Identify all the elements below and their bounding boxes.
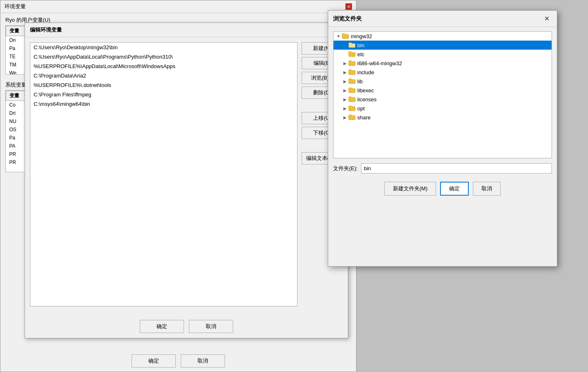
folder-icon — [348, 114, 356, 121]
chevron-right-icon — [342, 88, 348, 93]
edit-dialog-content: C:\Users\Ryo\Desktop\mingw32\bin C:\User… — [25, 37, 348, 311]
tree-item-mingw32[interactable]: mingw32 — [334, 32, 552, 41]
tree-item-label: i686-w64-mingw32 — [357, 60, 402, 66]
tree-item-label: opt — [357, 105, 365, 112]
edit-env-dialog: 编辑环境变量 C:\Users\Ryo\Desktop\mingw32\bin … — [25, 23, 348, 338]
edit-dialog-titlebar: 编辑环境变量 — [25, 23, 348, 37]
browse-titlebar: 浏览文件夹 ✕ — [328, 11, 557, 27]
browse-close-button[interactable]: ✕ — [542, 14, 552, 23]
bg-cancel-button[interactable]: 取消 — [181, 354, 225, 367]
bg-window-title: 环境变量 — [5, 3, 26, 10]
folder-label: 文件夹(E): — [333, 165, 358, 172]
bg-footer: 确定 取消 — [0, 354, 356, 367]
bg-ok-button[interactable]: 确定 — [132, 354, 176, 367]
edit-dialog-title: 编辑环境变量 — [30, 26, 62, 34]
tree-item-i686[interactable]: i686-w64-mingw32 — [334, 59, 552, 68]
folder-icon — [348, 60, 356, 66]
folder-icon — [348, 87, 356, 94]
new-folder-button[interactable]: 新建文件夹(M) — [384, 182, 436, 196]
tree-item-label: share — [357, 114, 371, 121]
browse-dialog-title: 浏览文件夹 — [333, 15, 362, 23]
list-item[interactable]: %USERPROFILE%\AppData\Local\Microsoft\Wi… — [30, 62, 297, 71]
list-item[interactable]: C:\Users\Ryo\Desktop\mingw32\bin — [30, 43, 297, 52]
folder-icon — [348, 96, 356, 103]
chevron-right-icon — [342, 70, 348, 75]
tree-item-label: licenses — [357, 96, 377, 103]
list-item[interactable]: C:\Users\Ryo\AppData\Local\Programs\Pyth… — [30, 52, 297, 62]
bg-close-button[interactable]: ✕ — [345, 3, 352, 10]
chevron-right-icon — [342, 115, 348, 120]
chevron-right-icon — [342, 106, 348, 111]
tree-item-libexec[interactable]: libexec — [334, 86, 552, 95]
browse-dialog-footer: 新建文件夹(M) 确定 取消 — [328, 178, 557, 200]
chevron-right-icon — [342, 61, 348, 66]
tree-item-label: mingw32 — [351, 33, 372, 39]
browse-folder-dialog: 浏览文件夹 ✕ mingw32 bin — [328, 10, 557, 267]
folder-icon — [348, 105, 356, 112]
tree-item-licenses[interactable]: licenses — [334, 95, 552, 104]
folder-tree[interactable]: mingw32 bin etc — [333, 31, 552, 158]
tree-item-label: libexec — [357, 87, 374, 94]
tree-item-include[interactable]: include — [334, 68, 552, 77]
tree-item-opt[interactable]: opt — [334, 104, 552, 113]
list-item[interactable]: C:\ProgramData\Aria2 — [30, 71, 297, 80]
list-item[interactable]: C:\msys64\mingw64\bin — [30, 99, 297, 109]
folder-icon — [348, 42, 356, 48]
folder-input-row: 文件夹(E): — [333, 163, 552, 173]
path-list[interactable]: C:\Users\Ryo\Desktop\mingw32\bin C:\User… — [30, 42, 297, 306]
tree-item-bin[interactable]: bin — [334, 41, 552, 50]
tree-item-label: etc — [357, 51, 364, 57]
edit-dialog-footer: 确定 取消 — [25, 315, 348, 338]
edit-cancel-button[interactable]: 取消 — [189, 320, 233, 333]
chevron-right-icon — [342, 97, 348, 102]
browse-ok-button[interactable]: 确定 — [440, 182, 469, 196]
list-item[interactable]: %USERPROFILE%\.dotnet\tools — [30, 80, 297, 90]
folder-input[interactable] — [361, 163, 552, 173]
browse-cancel-button[interactable]: 取消 — [473, 182, 501, 196]
folder-icon — [348, 69, 356, 75]
tree-item-etc[interactable]: etc — [334, 50, 552, 59]
folder-icon — [348, 78, 356, 84]
tree-item-lib[interactable]: lib — [334, 77, 552, 86]
tree-item-share[interactable]: share — [334, 113, 552, 122]
folder-icon — [342, 33, 349, 39]
folder-icon — [348, 51, 356, 57]
tree-item-label: include — [357, 69, 374, 75]
chevron-right-icon — [342, 79, 348, 84]
list-item[interactable]: C:\Program Files\ffmpeg — [30, 90, 297, 99]
tree-item-label: lib — [357, 78, 363, 84]
chevron-down-icon — [335, 34, 342, 39]
bg-titlebar: 环境变量 ✕ — [0, 0, 356, 13]
edit-ok-button[interactable]: 确定 — [140, 320, 184, 333]
tree-item-label: bin — [357, 42, 364, 48]
